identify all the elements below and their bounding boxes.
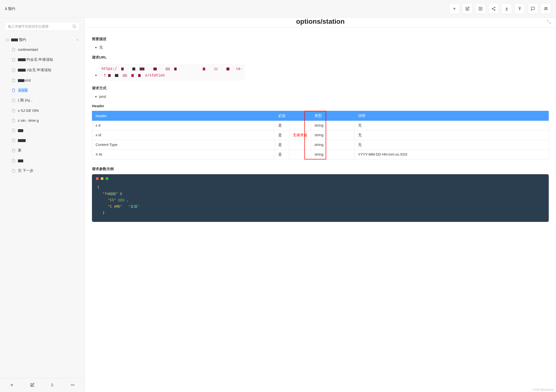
sidebar-item-label: c oin .-time g xyxy=(18,118,39,123)
sidebar-item-label: 家 xyxy=(18,148,22,152)
sidebar-item-12[interactable]: 完 下一步 xyxy=(2,166,83,176)
sidebar-item-label: J会见 申请须知 xyxy=(27,68,51,72)
folder-icon xyxy=(5,38,9,42)
svg-point-6 xyxy=(71,385,72,385)
sidebar-item-9[interactable] xyxy=(2,135,83,145)
document-icon xyxy=(12,159,15,163)
url-heading: 请求URL xyxy=(92,55,549,60)
sidebar-item-8[interactable] xyxy=(2,125,83,135)
members-button[interactable] xyxy=(541,3,551,14)
upload-button[interactable] xyxy=(514,3,525,14)
sidebar-item-label: runtime/start xyxy=(18,47,38,52)
svg-point-7 xyxy=(72,385,73,385)
sidebar-item-6[interactable]: v SJ GE OIN xyxy=(2,106,83,115)
request-url: https:/ ce- t s/station xyxy=(99,64,245,81)
sidebar-item-label: v SJ GE OIN xyxy=(18,108,39,113)
edit-doc-icon[interactable] xyxy=(30,383,34,387)
sidebar-item-label: 约会见 申请须知 xyxy=(27,57,53,61)
more-icon[interactable] xyxy=(70,383,75,387)
close-dot xyxy=(96,177,99,180)
th-required: 必选 xyxy=(275,111,289,121)
document-icon xyxy=(12,88,15,92)
document-icon xyxy=(12,149,15,153)
edit-button[interactable] xyxy=(462,3,473,14)
svg-point-5 xyxy=(73,25,76,28)
table-row: x d是string无 xyxy=(92,121,549,131)
example-heading: 请求参数示例 xyxy=(92,167,549,171)
header-heading: Header xyxy=(92,104,549,108)
sidebar-item-label: s/cit xyxy=(24,78,31,82)
document-icon xyxy=(12,129,15,132)
brief-heading: 简要描述 xyxy=(92,37,549,41)
document-icon xyxy=(12,169,15,173)
add-button[interactable] xyxy=(449,3,460,14)
svg-point-4 xyxy=(546,7,547,8)
chevron-up-icon xyxy=(76,38,79,42)
brand: ǎ 预约 xyxy=(5,7,15,11)
share-button[interactable] xyxy=(488,3,499,14)
sidebar-item-4[interactable]: o s n xyxy=(2,85,83,95)
document-icon xyxy=(12,58,15,62)
comment-button[interactable] xyxy=(527,3,538,14)
search-input[interactable] xyxy=(8,24,72,28)
document-icon xyxy=(12,99,15,102)
toolbar xyxy=(449,3,551,14)
code-example: { "fo" "CS" , "C AME" "直属" } xyxy=(92,174,549,222)
sidebar-item-7[interactable]: c oin .-time g xyxy=(2,115,83,125)
svg-point-8 xyxy=(74,385,74,385)
document-icon xyxy=(12,119,15,123)
th-header: header xyxy=(92,111,275,121)
search-box[interactable] xyxy=(5,22,80,31)
sidebar-item-1[interactable]: 约会见 申请须知 xyxy=(2,54,83,65)
method-heading: 请求方式 xyxy=(92,86,549,91)
sidebar-item-5[interactable]: ( 期 )/sj... xyxy=(2,95,83,106)
sidebar-item-label: ( 期 )/sj... xyxy=(18,98,33,103)
th-empty xyxy=(289,111,311,121)
search-icon xyxy=(72,24,77,29)
sidebar-item-2[interactable]: J会见 申请须知 xyxy=(2,65,83,75)
table-row: Content-Type是string无 xyxy=(92,140,549,150)
brief-value: 无 xyxy=(99,44,549,51)
add-doc-icon[interactable] xyxy=(10,383,14,387)
document-icon xyxy=(12,138,15,142)
document-icon xyxy=(12,68,15,72)
header-table: header 必选 类型 说明 x d是string无 x id是无请求值str… xyxy=(92,111,549,160)
download-button[interactable] xyxy=(501,3,512,14)
sidebar-item-label: 完 下一步 xyxy=(18,169,33,173)
method-value: post xyxy=(99,93,549,100)
document-icon xyxy=(12,48,15,52)
table-row: X At是stringYYYY-MM-DD HH:mm:ss.SSS xyxy=(92,150,549,160)
sidebar-item-11[interactable] xyxy=(2,156,83,166)
table-row: x id是无请求值string无 xyxy=(92,131,549,140)
document-icon xyxy=(12,78,15,82)
folder-root[interactable]: 预约 xyxy=(2,35,83,45)
expand-icon[interactable] xyxy=(547,20,551,24)
annotation: 无请求值 xyxy=(289,131,311,140)
sidebar-item-10[interactable]: 家 xyxy=(2,145,83,156)
minimize-dot xyxy=(101,177,104,180)
sidebar-item-label: o s n xyxy=(18,88,28,92)
sort-icon[interactable] xyxy=(50,383,54,387)
th-desc: 说明 xyxy=(355,111,548,121)
maximize-dot xyxy=(106,177,108,180)
watermark: CSDN @torpidcat xyxy=(532,388,554,391)
page-title: options/station xyxy=(85,18,556,27)
sidebar-item-0[interactable]: runtime/start xyxy=(2,45,83,54)
th-type: 类型 xyxy=(311,111,355,121)
sidebar-item-3[interactable]: s/cit xyxy=(2,75,83,85)
svg-point-3 xyxy=(545,7,546,8)
import-button[interactable] xyxy=(475,3,486,14)
document-icon xyxy=(12,109,15,113)
